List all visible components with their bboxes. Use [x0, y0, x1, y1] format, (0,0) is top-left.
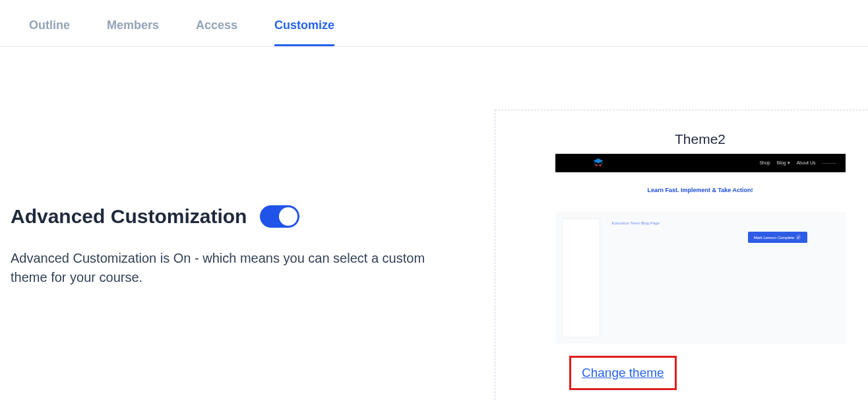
tab-members[interactable]: Members — [107, 18, 159, 46]
tabs-bar: Outline Members Access Customize — [0, 0, 868, 47]
theme-name: Theme2 — [555, 131, 846, 147]
preview-nav-shop: Shop — [759, 160, 770, 166]
svg-point-0 — [595, 164, 597, 166]
toggle-knob — [279, 207, 297, 226]
preview-body: Education Team Blog Page Mark Lesson Com… — [555, 212, 846, 344]
preview-nav-about: About Us — [797, 160, 816, 166]
change-theme-highlight: Change theme — [569, 356, 677, 390]
preview-button-label: Mark Lesson Complete — [754, 236, 795, 240]
graduation-cap-icon — [592, 157, 604, 170]
tab-access[interactable]: Access — [196, 18, 237, 46]
theme-preview: Shop Blog ▾ About Us ——— Learn Fast. Imp… — [555, 154, 846, 344]
preview-hero-text: Learn Fast. Implement & Take Action! — [555, 172, 846, 212]
preview-nav-blog: Blog ▾ — [777, 160, 790, 166]
svg-point-1 — [599, 164, 601, 166]
tab-outline[interactable]: Outline — [29, 18, 70, 46]
check-icon: ✓ — [796, 235, 801, 240]
section-title: Advanced Customization — [11, 205, 247, 228]
tab-customize[interactable]: Customize — [274, 18, 334, 46]
advanced-customization-toggle[interactable] — [260, 205, 299, 228]
preview-nav: Shop Blog ▾ About Us ——— — [555, 154, 846, 172]
preview-nav-links: Shop Blog ▾ About Us ——— — [759, 160, 836, 166]
change-theme-link[interactable]: Change theme — [582, 366, 664, 380]
preview-breadcrumb: Education Team Blog Page — [612, 221, 834, 225]
theme-preview-panel: Theme2 Shop Blog ▾ About Us ——— — [495, 110, 868, 400]
section-description: Advanced Customization is On - which mea… — [11, 249, 446, 287]
preview-nav-extra: ——— — [822, 160, 836, 166]
preview-main: Education Team Blog Page Mark Lesson Com… — [607, 218, 839, 337]
preview-mark-complete-button: Mark Lesson Complete ✓ — [748, 232, 807, 243]
preview-sidebar — [562, 218, 600, 337]
customization-settings: Advanced Customization Advanced Customiz… — [0, 47, 468, 287]
